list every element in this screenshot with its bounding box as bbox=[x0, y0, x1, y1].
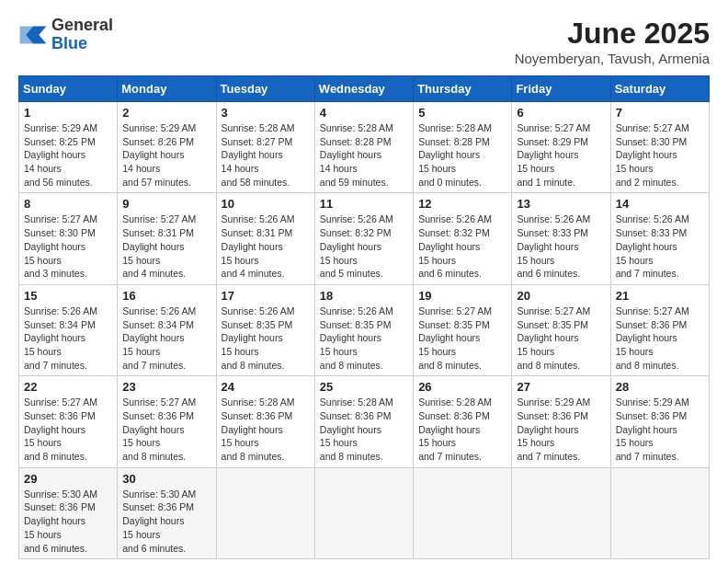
day-number: 1 bbox=[24, 106, 112, 120]
day-number: 24 bbox=[222, 380, 310, 394]
day-info: Sunrise: 5:30 AMSunset: 8:36 PMDaylight … bbox=[122, 488, 210, 555]
table-row bbox=[216, 467, 314, 558]
table-row: 9Sunrise: 5:27 AMSunset: 8:31 PMDaylight… bbox=[118, 193, 216, 284]
day-info: Sunrise: 5:26 AMSunset: 8:33 PMDaylight … bbox=[517, 213, 605, 280]
day-info: Sunrise: 5:29 AMSunset: 8:26 PMDaylight … bbox=[122, 121, 210, 189]
calendar-row: 8Sunrise: 5:27 AMSunset: 8:30 PMDaylight… bbox=[19, 193, 710, 284]
calendar-row: 29Sunrise: 5:30 AMSunset: 8:36 PMDayligh… bbox=[19, 467, 710, 558]
day-number: 3 bbox=[222, 106, 310, 120]
day-number: 22 bbox=[24, 380, 112, 394]
day-info: Sunrise: 5:28 AMSunset: 8:36 PMDaylight … bbox=[222, 396, 310, 463]
col-tuesday: Tuesday bbox=[216, 76, 314, 102]
day-number: 6 bbox=[517, 106, 605, 120]
col-monday: Monday bbox=[118, 76, 216, 102]
table-row: 4Sunrise: 5:28 AMSunset: 8:28 PMDaylight… bbox=[314, 102, 413, 193]
day-number: 15 bbox=[24, 289, 112, 303]
title-block: June 2025 Noyemberyan, Tavush, Armenia bbox=[515, 17, 710, 66]
day-number: 19 bbox=[418, 289, 506, 303]
day-number: 16 bbox=[122, 289, 210, 303]
table-row: 13Sunrise: 5:26 AMSunset: 8:33 PMDayligh… bbox=[512, 193, 610, 284]
generalblue-icon bbox=[18, 20, 48, 50]
table-row: 20Sunrise: 5:27 AMSunset: 8:35 PMDayligh… bbox=[512, 284, 610, 375]
day-info: Sunrise: 5:29 AMSunset: 8:36 PMDaylight … bbox=[517, 396, 605, 463]
day-info: Sunrise: 5:27 AMSunset: 8:30 PMDaylight … bbox=[24, 213, 112, 280]
day-number: 30 bbox=[122, 472, 210, 486]
table-row: 11Sunrise: 5:26 AMSunset: 8:32 PMDayligh… bbox=[314, 193, 413, 284]
table-row: 6Sunrise: 5:27 AMSunset: 8:29 PMDaylight… bbox=[512, 102, 610, 193]
table-row: 7Sunrise: 5:27 AMSunset: 8:30 PMDaylight… bbox=[610, 102, 709, 193]
day-number: 28 bbox=[616, 380, 704, 394]
day-info: Sunrise: 5:26 AMSunset: 8:33 PMDaylight … bbox=[616, 213, 704, 280]
day-info: Sunrise: 5:26 AMSunset: 8:34 PMDaylight … bbox=[24, 304, 112, 372]
table-row bbox=[414, 467, 512, 558]
day-number: 17 bbox=[222, 289, 310, 303]
table-row: 29Sunrise: 5:30 AMSunset: 8:36 PMDayligh… bbox=[19, 467, 118, 558]
day-info: Sunrise: 5:26 AMSunset: 8:32 PMDaylight … bbox=[418, 213, 506, 280]
day-info: Sunrise: 5:28 AMSunset: 8:27 PMDaylight … bbox=[222, 121, 310, 189]
table-row: 5Sunrise: 5:28 AMSunset: 8:28 PMDaylight… bbox=[414, 102, 512, 193]
day-number: 4 bbox=[320, 106, 408, 120]
table-row: 24Sunrise: 5:28 AMSunset: 8:36 PMDayligh… bbox=[216, 376, 314, 467]
logo-text: General Blue bbox=[51, 17, 113, 53]
day-number: 14 bbox=[616, 197, 704, 211]
day-number: 12 bbox=[418, 197, 506, 211]
logo-blue: Blue bbox=[51, 34, 87, 52]
table-row bbox=[314, 467, 413, 558]
table-row: 16Sunrise: 5:26 AMSunset: 8:34 PMDayligh… bbox=[118, 284, 216, 375]
table-row: 8Sunrise: 5:27 AMSunset: 8:30 PMDaylight… bbox=[19, 193, 118, 284]
logo: General Blue bbox=[18, 17, 113, 53]
day-number: 2 bbox=[122, 106, 210, 120]
day-number: 5 bbox=[418, 106, 506, 120]
day-number: 26 bbox=[418, 380, 506, 394]
col-wednesday: Wednesday bbox=[314, 76, 413, 102]
page: General Blue June 2025 Noyemberyan, Tavu… bbox=[0, 0, 728, 563]
calendar-table: Sunday Monday Tuesday Wednesday Thursday… bbox=[18, 75, 710, 559]
table-row: 14Sunrise: 5:26 AMSunset: 8:33 PMDayligh… bbox=[610, 193, 709, 284]
col-sunday: Sunday bbox=[19, 76, 118, 102]
table-row: 22Sunrise: 5:27 AMSunset: 8:36 PMDayligh… bbox=[19, 376, 118, 467]
col-saturday: Saturday bbox=[610, 76, 709, 102]
day-info: Sunrise: 5:27 AMSunset: 8:35 PMDaylight … bbox=[418, 304, 506, 372]
day-number: 21 bbox=[616, 289, 704, 303]
day-info: Sunrise: 5:26 AMSunset: 8:31 PMDaylight … bbox=[222, 213, 310, 280]
table-row: 12Sunrise: 5:26 AMSunset: 8:32 PMDayligh… bbox=[414, 193, 512, 284]
calendar-subtitle: Noyemberyan, Tavush, Armenia bbox=[515, 51, 710, 66]
day-info: Sunrise: 5:29 AMSunset: 8:25 PMDaylight … bbox=[24, 121, 112, 189]
calendar-row: 15Sunrise: 5:26 AMSunset: 8:34 PMDayligh… bbox=[19, 284, 710, 375]
table-row: 2Sunrise: 5:29 AMSunset: 8:26 PMDaylight… bbox=[118, 102, 216, 193]
day-info: Sunrise: 5:27 AMSunset: 8:35 PMDaylight … bbox=[517, 304, 605, 372]
day-number: 20 bbox=[517, 289, 605, 303]
table-row: 19Sunrise: 5:27 AMSunset: 8:35 PMDayligh… bbox=[414, 284, 512, 375]
table-row: 17Sunrise: 5:26 AMSunset: 8:35 PMDayligh… bbox=[216, 284, 314, 375]
day-info: Sunrise: 5:28 AMSunset: 8:28 PMDaylight … bbox=[320, 121, 408, 189]
table-row: 28Sunrise: 5:29 AMSunset: 8:36 PMDayligh… bbox=[610, 376, 709, 467]
col-thursday: Thursday bbox=[414, 76, 512, 102]
day-info: Sunrise: 5:27 AMSunset: 8:36 PMDaylight … bbox=[616, 304, 704, 372]
day-info: Sunrise: 5:29 AMSunset: 8:36 PMDaylight … bbox=[616, 396, 704, 463]
day-info: Sunrise: 5:26 AMSunset: 8:34 PMDaylight … bbox=[122, 304, 210, 372]
table-row bbox=[610, 467, 709, 558]
logo-general: General bbox=[51, 16, 113, 34]
calendar-row: 22Sunrise: 5:27 AMSunset: 8:36 PMDayligh… bbox=[19, 376, 710, 467]
table-row: 1Sunrise: 5:29 AMSunset: 8:25 PMDaylight… bbox=[19, 102, 118, 193]
day-number: 13 bbox=[517, 197, 605, 211]
header: General Blue June 2025 Noyemberyan, Tavu… bbox=[18, 17, 710, 66]
day-info: Sunrise: 5:27 AMSunset: 8:30 PMDaylight … bbox=[616, 121, 704, 189]
day-number: 7 bbox=[616, 106, 704, 120]
col-friday: Friday bbox=[512, 76, 610, 102]
table-row: 23Sunrise: 5:27 AMSunset: 8:36 PMDayligh… bbox=[118, 376, 216, 467]
table-row: 27Sunrise: 5:29 AMSunset: 8:36 PMDayligh… bbox=[512, 376, 610, 467]
day-info: Sunrise: 5:27 AMSunset: 8:36 PMDaylight … bbox=[122, 396, 210, 463]
calendar-title: June 2025 bbox=[515, 17, 710, 51]
calendar-header-row: Sunday Monday Tuesday Wednesday Thursday… bbox=[19, 76, 710, 102]
day-number: 8 bbox=[24, 197, 112, 211]
calendar-row: 1Sunrise: 5:29 AMSunset: 8:25 PMDaylight… bbox=[19, 102, 710, 193]
day-info: Sunrise: 5:26 AMSunset: 8:32 PMDaylight … bbox=[320, 213, 408, 280]
day-info: Sunrise: 5:30 AMSunset: 8:36 PMDaylight … bbox=[24, 488, 112, 555]
table-row: 21Sunrise: 5:27 AMSunset: 8:36 PMDayligh… bbox=[610, 284, 709, 375]
day-info: Sunrise: 5:27 AMSunset: 8:36 PMDaylight … bbox=[24, 396, 112, 463]
day-number: 29 bbox=[24, 472, 112, 486]
table-row: 3Sunrise: 5:28 AMSunset: 8:27 PMDaylight… bbox=[216, 102, 314, 193]
day-info: Sunrise: 5:27 AMSunset: 8:31 PMDaylight … bbox=[122, 213, 210, 280]
day-number: 27 bbox=[517, 380, 605, 394]
